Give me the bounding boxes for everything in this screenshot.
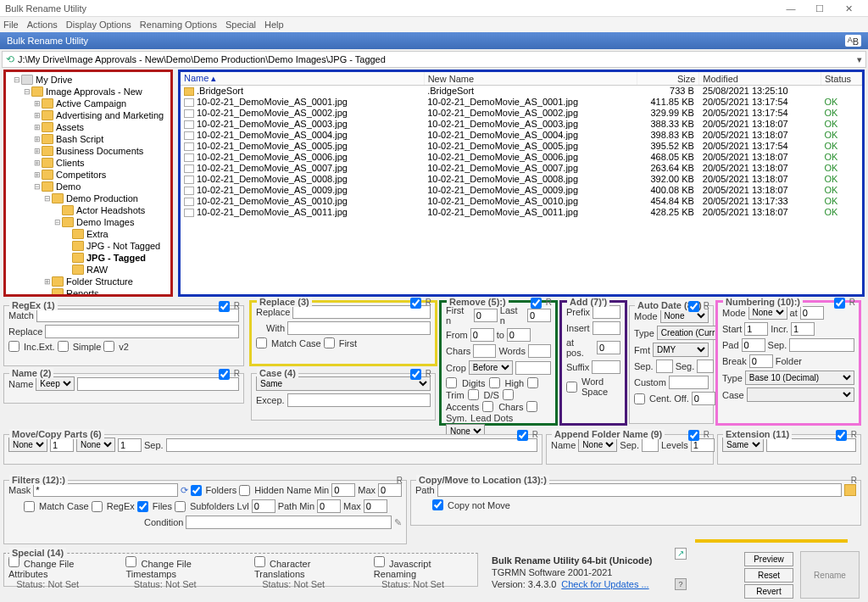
remove-firstn[interactable] <box>474 309 498 322</box>
add-suffix[interactable] <box>592 360 620 374</box>
col-status[interactable]: Status <box>821 72 861 86</box>
table-row[interactable]: 10-02-21_DemoMovie_AS_0003.jpg10-02-21_D… <box>181 119 862 130</box>
name-mode[interactable]: Keep <box>36 376 75 391</box>
path-bar: ⟲ ▾ <box>2 51 866 68</box>
tree-item[interactable]: ⊞Assets <box>6 121 170 133</box>
tree-item[interactable]: Extra <box>6 228 170 240</box>
replace-with[interactable] <box>287 321 431 335</box>
refresh-icon[interactable]: ⟳ <box>181 485 188 496</box>
panel-replace: Replace (3) R Replace With Match Case Fi… <box>249 300 437 366</box>
tree-item[interactable]: Reports <box>6 287 170 297</box>
menu-file[interactable]: File <box>3 20 19 30</box>
reset-button[interactable]: Reset <box>744 568 793 582</box>
remove-chars[interactable] <box>473 344 496 358</box>
menu-special[interactable]: Special <box>225 20 256 30</box>
nav-icon[interactable]: ↗ <box>675 548 687 560</box>
table-row[interactable]: 10-02-21_DemoMovie_AS_0002.jpg10-02-21_D… <box>181 108 862 119</box>
tree-item[interactable]: Actor Headshots <box>6 204 170 216</box>
remove-lastn[interactable] <box>527 309 551 322</box>
preview-button[interactable]: Preview <box>744 552 793 566</box>
file-list[interactable]: Name ▴ New Name Size Modified Status .Br… <box>178 70 865 297</box>
tree-item[interactable]: ⊞Advertising and Marketing <box>6 109 170 121</box>
regex-replace[interactable] <box>45 325 239 338</box>
tree-item[interactable]: ⊞Competitors <box>6 169 170 181</box>
col-newname[interactable]: New Name <box>424 72 637 86</box>
remove-from[interactable] <box>470 328 494 342</box>
tree-item[interactable]: ⊞Folder Structure <box>6 276 170 287</box>
folder-tree[interactable]: ⊟My Drive⊟Image Approvals - New⊞Active C… <box>3 70 173 297</box>
tree-item[interactable]: ⊟Demo <box>6 181 170 192</box>
menubar: File Actions Display Options Renaming Op… <box>0 17 868 32</box>
remove-words[interactable] <box>528 344 551 358</box>
close-button[interactable]: ✕ <box>834 1 863 16</box>
col-name[interactable]: Name ▴ <box>181 72 424 86</box>
path-input[interactable] <box>18 54 857 64</box>
replace-matchcase[interactable] <box>256 337 267 348</box>
tree-item[interactable]: JPG - Not Tagged <box>6 240 170 252</box>
table-row[interactable]: 10-02-21_DemoMovie_AS_0007.jpg10-02-21_D… <box>181 163 862 174</box>
remove-enable[interactable] <box>531 298 542 309</box>
tree-item[interactable]: RAW <box>6 264 170 276</box>
add-atpos[interactable] <box>597 341 620 354</box>
menu-actions[interactable]: Actions <box>27 20 58 30</box>
regex-enable[interactable] <box>219 301 230 312</box>
add-wordspace[interactable] <box>566 382 577 393</box>
regex-incext[interactable] <box>8 341 19 352</box>
about-text: Bulk Rename Utility 64-bit (Unicode) TGR… <box>492 555 652 590</box>
menu-display[interactable]: Display Options <box>66 20 131 30</box>
tree-item[interactable]: ⊟Demo Production <box>6 192 170 204</box>
menu-help[interactable]: Help <box>264 20 284 30</box>
table-row[interactable]: 10-02-21_DemoMovie_AS_0001.jpg10-02-21_D… <box>181 97 862 108</box>
case-excep[interactable] <box>287 393 431 407</box>
table-row[interactable]: .BridgeSort.BridgeSort733 B25/08/2021 13… <box>181 86 862 98</box>
regex-simple[interactable] <box>58 341 69 352</box>
panel-special: Special (14) Change File Attributes Stat… <box>3 553 478 587</box>
case-mode[interactable]: Same <box>256 376 431 391</box>
case-enable[interactable] <box>410 369 421 380</box>
remove-to[interactable] <box>507 328 531 342</box>
panel-ext: Extension (11) R Same <box>717 434 861 465</box>
regex-v2[interactable] <box>103 341 114 352</box>
tree-item[interactable]: ⊞Business Documents <box>6 145 170 157</box>
maximize-button[interactable]: ☐ <box>805 1 834 16</box>
remove-cropval[interactable] <box>515 361 551 375</box>
add-insert[interactable] <box>593 321 620 335</box>
tree-item[interactable]: ⊟Demo Images <box>6 216 170 228</box>
tree-item[interactable]: ⊞Active Campaign <box>6 98 170 109</box>
help-icon[interactable]: ? <box>675 578 687 590</box>
table-row[interactable]: 10-02-21_DemoMovie_AS_0011.jpg10-02-21_D… <box>181 207 862 218</box>
replace-first[interactable] <box>324 337 335 348</box>
table-row[interactable]: 10-02-21_DemoMovie_AS_0009.jpg10-02-21_D… <box>181 185 862 196</box>
check-updates-link[interactable]: Check for Updates ... <box>561 579 648 589</box>
tree-item[interactable]: ⊞Bash Script <box>6 133 170 145</box>
ab-icon[interactable]: AB <box>845 35 861 47</box>
panel-regex: RegEx (1) R Match Replace Inc.Ext. Simpl… <box>3 305 244 366</box>
table-row[interactable]: 10-02-21_DemoMovie_AS_0005.jpg10-02-21_D… <box>181 141 862 152</box>
minimize-button[interactable]: — <box>776 1 805 16</box>
col-size[interactable]: Size <box>637 72 698 86</box>
name-enable[interactable] <box>219 369 230 380</box>
table-row[interactable]: 10-02-21_DemoMovie_AS_0004.jpg10-02-21_D… <box>181 130 862 141</box>
path-dropdown-icon[interactable]: ▾ <box>857 54 862 65</box>
copymove-path[interactable] <box>437 483 842 497</box>
col-modified[interactable]: Modified <box>699 72 821 86</box>
tree-item[interactable]: JPG - Tagged <box>6 252 170 264</box>
table-row[interactable]: 10-02-21_DemoMovie_AS_0006.jpg10-02-21_D… <box>181 152 862 163</box>
menu-renaming[interactable]: Renaming Options <box>140 20 217 30</box>
panel-remove: Remove (5):) R First nLast n Fromto Char… <box>439 300 558 426</box>
rename-button[interactable]: Rename <box>800 551 860 599</box>
revert-button[interactable]: Revert <box>744 584 793 599</box>
add-prefix[interactable] <box>593 305 620 319</box>
regex-match[interactable] <box>36 309 239 322</box>
remove-crop[interactable]: Before <box>469 360 513 375</box>
name-value[interactable] <box>77 377 239 391</box>
table-row[interactable]: 10-02-21_DemoMovie_AS_0008.jpg10-02-21_D… <box>181 174 862 185</box>
tree-item[interactable]: ⊟Image Approvals - New <box>6 86 170 98</box>
replace-enable[interactable] <box>410 298 421 309</box>
filter-mask[interactable] <box>33 483 177 497</box>
tree-item[interactable]: ⊞Clients <box>6 157 170 169</box>
tree-item[interactable]: ⊟My Drive <box>6 74 170 86</box>
table-row[interactable]: 10-02-21_DemoMovie_AS_0010.jpg10-02-21_D… <box>181 196 862 207</box>
back-icon[interactable]: ⟲ <box>6 53 18 65</box>
browse-icon[interactable] <box>844 484 856 496</box>
